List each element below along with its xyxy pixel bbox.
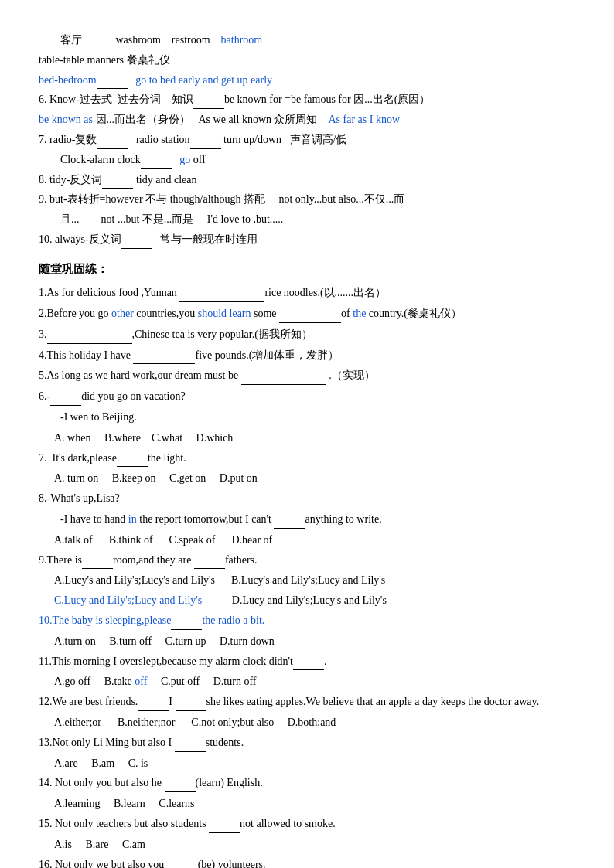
notes-section: 客厅 washroom restroom bathroom table-tabl… [39, 31, 575, 249]
exercise-15: 15. Not only teachers but also students … [39, 815, 575, 833]
exercise-9-optC: C.Lucy and Lily's;Lucy and Lily's D.Lucy… [54, 591, 575, 610]
note-line2: table-table manners 餐桌礼仪 [39, 51, 575, 70]
exercises-section: 1.As for delicious food ,Yunnan rice noo… [39, 284, 575, 868]
exercise-4: 4.This holiday I have five pounds.(增加体重，… [39, 346, 575, 365]
note-line5: be known as 因...而出名（身份） As we all known … [39, 111, 575, 129]
exercise-15-opts: A.is B.are C.am [54, 836, 575, 854]
exercise-16: 16. Not only we but also you (be) volunt… [39, 856, 575, 868]
exercise-10: 10.The baby is sleeping,pleasethe radio … [39, 611, 575, 630]
exercise-5: 5.As long as we hard work,our dream must… [39, 366, 575, 385]
exercise-6: 6.-did you go on vacation? [39, 387, 575, 406]
note-line11: 10. always-反义词 常与一般现在时连用 [39, 230, 575, 249]
exercise-13: 13.Not only Li Ming but also I students. [39, 734, 575, 752]
note-line1: 客厅 washroom restroom bathroom [39, 31, 575, 49]
exercise-12: 12.We are best friends.I she likes eatin… [39, 693, 575, 711]
exercise-8-opts: A.talk of B.think of C.speak of D.hear o… [54, 531, 575, 550]
exercise-8: 8.-What's up,Lisa? [39, 489, 575, 508]
note-line3: bed-bedroom go to bed early and get up e… [39, 71, 575, 90]
exercise-12-opts: A.either;or B.neither;nor C.not only;but… [54, 713, 575, 732]
exercise-10-opts: A.turn on B.turn off C.turn up D.turn do… [54, 632, 575, 651]
exercise-9: 9.There isroom,and they are fathers. [39, 551, 575, 570]
exercise-11: 11.This morning I overslept,because my a… [39, 652, 575, 671]
exercise-6-sub: -I wen to Beijing. [39, 408, 575, 427]
note-line8: 8. tidy-反义词 tidy and clean [39, 171, 575, 189]
note-line7: Clock-alarm clock go off [39, 151, 575, 169]
exercise-9-optA: A.Lucy's and Lily's;Lucy's and Lily's B.… [54, 571, 575, 590]
note-line4: 6. Know-过去式_过去分词__知识be known for =be fam… [39, 90, 575, 109]
note-line6: 7. radio-复数 radio station turn up/down 声… [39, 131, 575, 149]
page-content: 客厅 washroom restroom bathroom table-tabl… [39, 31, 575, 868]
exercise-2: 2.Before you go other countries,you shou… [39, 305, 575, 323]
exercise-1: 1.As for delicious food ,Yunnan rice noo… [39, 284, 575, 302]
exercise-6-opts: A. when B.where C.what D.which [54, 429, 575, 448]
exercise-7: 7. It's dark,pleasethe light. [39, 449, 575, 468]
exercise-11-opts: A.go off B.take off C.put off D.turn off [54, 672, 575, 691]
note-line9: 9. but-表转折=however 不与 though/although 搭配… [39, 190, 575, 209]
exercise-3: 3.,Chinese tea is very popular.(据我所知） [39, 325, 575, 344]
exercise-7-opts: A. turn on B.keep on C.get on D.put on [54, 469, 575, 488]
exercise-14: 14. Not only you but also he (learn) Eng… [39, 774, 575, 792]
section-title: 随堂巩固练： [39, 260, 575, 280]
note-line10: 且... not ...but 不是...而是 I'd love to ,but… [39, 210, 575, 229]
exercise-8-sub: -I have to hand in the report tomorrow,b… [39, 510, 575, 529]
exercise-14-opts: A.learning B.learn C.learns [54, 795, 575, 813]
exercise-13-opts: A.are B.am C. is [54, 754, 575, 773]
